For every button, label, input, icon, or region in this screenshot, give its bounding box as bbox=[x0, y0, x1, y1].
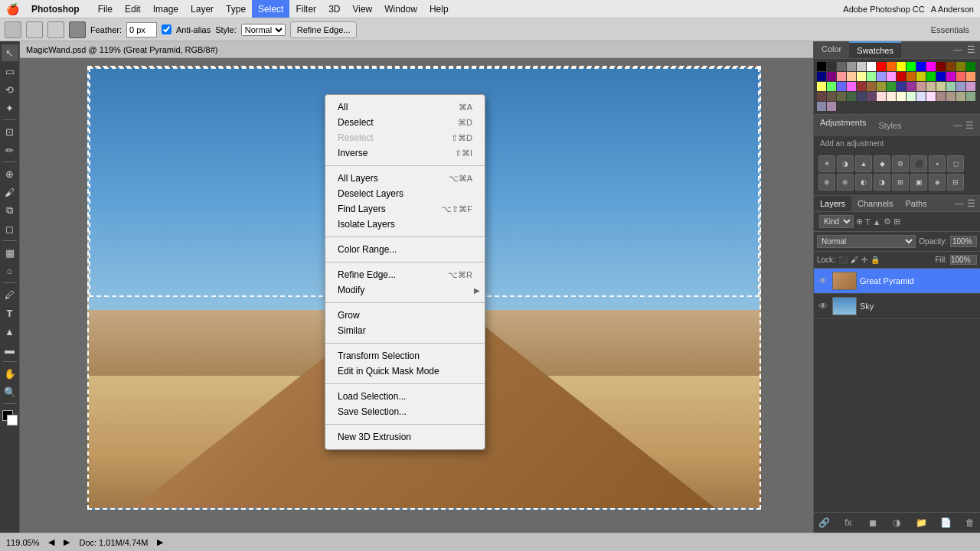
swatch-33[interactable] bbox=[827, 82, 836, 91]
swatch-65[interactable] bbox=[827, 102, 836, 111]
text-tool[interactable]: T bbox=[2, 305, 18, 321]
opacity-input[interactable] bbox=[950, 236, 977, 247]
adj-threshold[interactable]: ▣ bbox=[910, 174, 927, 191]
swatch-59[interactable] bbox=[926, 92, 936, 101]
magic-wand-tool[interactable]: ✦ bbox=[2, 99, 18, 116]
tab-channels[interactable]: Channels bbox=[851, 196, 899, 211]
lock-transparent-icon[interactable]: ⬛ bbox=[838, 256, 848, 264]
swatch-44[interactable] bbox=[936, 82, 946, 91]
app-name[interactable]: Photoshop bbox=[25, 0, 86, 18]
adj-menu-icon[interactable]: ☰ bbox=[965, 120, 974, 131]
fill-input[interactable] bbox=[950, 255, 977, 265]
swatch-41[interactable] bbox=[906, 82, 916, 91]
menu-item-similar[interactable]: Similar bbox=[325, 323, 485, 338]
rect-select-tool[interactable]: ▭ bbox=[2, 63, 18, 80]
adj-selective-color[interactable]: ⊟ bbox=[947, 174, 964, 191]
add-fx-icon[interactable]: fx bbox=[841, 516, 855, 530]
swatch-9[interactable] bbox=[906, 62, 916, 71]
swatch-2[interactable] bbox=[837, 62, 846, 71]
swatch-10[interactable] bbox=[916, 62, 926, 71]
tab-layers[interactable]: Layers bbox=[814, 196, 851, 211]
swatch-48[interactable] bbox=[817, 92, 826, 101]
zoom-nav-icon2[interactable]: ▶ bbox=[64, 537, 70, 547]
adj-brightness[interactable]: ☀ bbox=[818, 155, 835, 172]
add-mask-icon[interactable]: ◼ bbox=[866, 516, 880, 530]
swatch-31[interactable] bbox=[966, 72, 975, 81]
pen-tool[interactable]: 🖊 bbox=[2, 286, 18, 303]
swatch-38[interactable] bbox=[877, 82, 886, 91]
swatch-28[interactable] bbox=[936, 72, 946, 81]
menu-item-edit-quick-mask[interactable]: Edit in Quick Mask Mode bbox=[325, 364, 485, 379]
swatch-53[interactable] bbox=[867, 92, 876, 101]
feather-input[interactable] bbox=[126, 22, 157, 37]
swatch-14[interactable] bbox=[956, 62, 965, 71]
adj-color-lookup[interactable]: ◐ bbox=[855, 174, 872, 191]
shape-tool[interactable]: ▬ bbox=[2, 341, 18, 358]
move-tool[interactable]: ↖ bbox=[2, 44, 18, 61]
menu-view[interactable]: View bbox=[346, 0, 378, 18]
adj-hue-sat[interactable]: ⬛ bbox=[910, 155, 927, 172]
menu-item-color-range[interactable]: Color Range... bbox=[325, 242, 485, 257]
swatch-40[interactable] bbox=[897, 82, 906, 91]
menu-item-modify[interactable]: Modify ▶ bbox=[325, 282, 485, 298]
eraser-tool[interactable]: ◻ bbox=[2, 220, 18, 237]
menu-item-deselect[interactable]: Deselect ⌘D bbox=[325, 115, 485, 130]
swatch-16[interactable] bbox=[817, 72, 826, 81]
menu-window[interactable]: Window bbox=[378, 0, 423, 18]
lock-all-icon[interactable]: 🔒 bbox=[871, 256, 880, 264]
swatch-23[interactable] bbox=[887, 72, 896, 81]
swatch-50[interactable] bbox=[837, 92, 846, 101]
layer-eye-great-pyramid[interactable]: 👁 bbox=[817, 275, 829, 287]
menu-item-save-selection[interactable]: Save Selection... bbox=[325, 404, 485, 419]
swatch-34[interactable] bbox=[837, 82, 846, 91]
swatch-17[interactable] bbox=[827, 72, 836, 81]
swatch-8[interactable] bbox=[897, 62, 906, 71]
swatch-11[interactable] bbox=[926, 62, 936, 71]
menu-item-refine-edge[interactable]: Refine Edge... ⌥⌘R bbox=[325, 267, 485, 282]
swatch-32[interactable] bbox=[817, 82, 826, 91]
menu-edit[interactable]: Edit bbox=[119, 0, 147, 18]
swatch-63[interactable] bbox=[966, 92, 975, 101]
layer-eye-sky[interactable]: 👁 bbox=[817, 300, 829, 312]
swatch-57[interactable] bbox=[906, 92, 916, 101]
adj-levels[interactable]: ▲ bbox=[855, 155, 872, 172]
menu-item-find-layers[interactable]: Find Layers ⌥⇧⌘F bbox=[325, 201, 485, 217]
tab-paths[interactable]: Paths bbox=[900, 196, 933, 211]
menu-item-all-layers[interactable]: All Layers ⌥⌘A bbox=[325, 171, 485, 186]
swatch-5[interactable] bbox=[867, 62, 876, 71]
swatch-4[interactable] bbox=[857, 62, 866, 71]
swatch-20[interactable] bbox=[857, 72, 866, 81]
swatch-56[interactable] bbox=[897, 92, 906, 101]
swatch-30[interactable] bbox=[956, 72, 965, 81]
swatch-46[interactable] bbox=[956, 82, 965, 91]
swatch-58[interactable] bbox=[916, 92, 926, 101]
swatch-26[interactable] bbox=[916, 72, 926, 81]
swatch-47[interactable] bbox=[966, 82, 975, 91]
swatch-43[interactable] bbox=[926, 82, 936, 91]
adj-invert[interactable]: ◑ bbox=[874, 174, 890, 191]
new-layer-icon[interactable]: 📄 bbox=[939, 516, 952, 530]
refine-edge-button[interactable]: Refine Edge... bbox=[290, 21, 358, 38]
swatch-29[interactable] bbox=[946, 72, 956, 81]
swatch-7[interactable] bbox=[887, 62, 896, 71]
swatch-18[interactable] bbox=[837, 72, 846, 81]
color-picker[interactable] bbox=[2, 410, 18, 425]
adj-color-balance[interactable]: ▪ bbox=[929, 155, 946, 172]
swatch-37[interactable] bbox=[867, 82, 876, 91]
menu-item-reselect[interactable]: Reselect ⇧⌘D bbox=[325, 130, 485, 145]
menu-item-inverse[interactable]: Inverse ⇧⌘I bbox=[325, 145, 485, 161]
new-adjustment-icon[interactable]: ◑ bbox=[890, 516, 903, 530]
filter-icon-4[interactable]: ⚙ bbox=[884, 217, 891, 227]
swatch-6[interactable] bbox=[877, 62, 886, 71]
adj-vibrance[interactable]: ⚙ bbox=[892, 155, 909, 172]
tab-styles[interactable]: Styles bbox=[871, 118, 910, 133]
swatch-64[interactable] bbox=[817, 102, 826, 111]
panel-minimize-icon[interactable]: — bbox=[953, 44, 962, 55]
swatch-21[interactable] bbox=[867, 72, 876, 81]
background-color[interactable] bbox=[7, 415, 18, 425]
lock-position-icon[interactable]: ✛ bbox=[861, 256, 867, 264]
swatch-54[interactable] bbox=[877, 92, 886, 101]
gradient-tool[interactable]: ▦ bbox=[2, 244, 18, 261]
swatch-19[interactable] bbox=[847, 72, 856, 81]
layers-minimize-icon[interactable]: — bbox=[955, 198, 964, 209]
